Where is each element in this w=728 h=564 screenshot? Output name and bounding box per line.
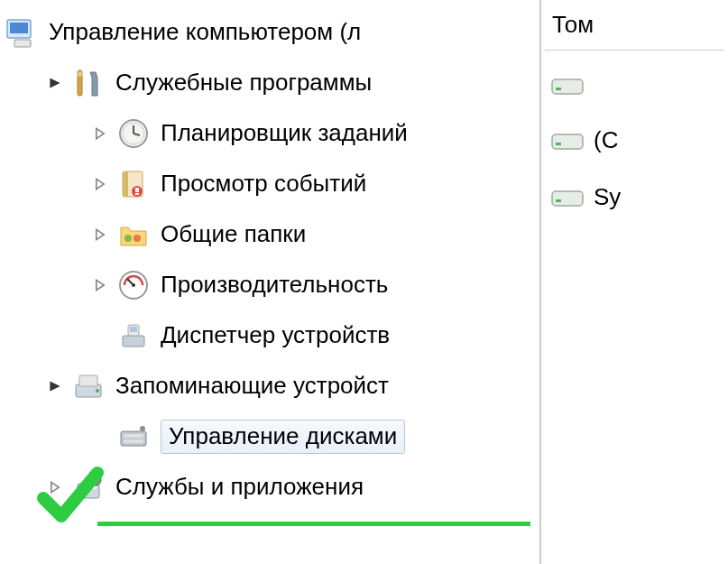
tree-root-label: Управление компьютером (л <box>49 18 361 46</box>
tree-storage-label: Запоминающие устройст <box>115 372 389 400</box>
tree-scheduler[interactable]: Планировщик заданий <box>0 108 539 159</box>
svg-rect-25 <box>121 431 146 446</box>
storage-icon <box>70 368 106 404</box>
tree-devicemanager[interactable]: Диспетчер устройств <box>0 310 539 361</box>
volume-item[interactable] <box>545 60 724 112</box>
tree-eventviewer-label: Просмотр событий <box>161 170 366 198</box>
tree-performance-label: Производительность <box>161 271 388 299</box>
tree-services-label: Службы и приложения <box>115 473 364 501</box>
svg-point-24 <box>96 389 99 393</box>
svg-rect-13 <box>135 193 139 195</box>
volume-item[interactable]: Sy <box>545 169 724 226</box>
svg-rect-12 <box>135 188 139 192</box>
svg-rect-27 <box>124 439 143 443</box>
svg-point-18 <box>132 283 135 287</box>
volume-panel: Том (C Sy <box>541 0 728 564</box>
performance-icon <box>115 267 152 303</box>
devicemanager-icon <box>115 318 152 354</box>
svg-rect-36 <box>556 143 561 145</box>
svg-rect-37 <box>552 191 583 206</box>
tree-diskmgmt[interactable]: Управление дисками <box>0 411 539 462</box>
svg-point-15 <box>134 235 141 242</box>
svg-rect-2 <box>14 40 31 47</box>
tree-performance[interactable]: Производительность <box>0 260 539 310</box>
tree-eventviewer[interactable]: Просмотр событий <box>0 159 539 209</box>
collapse-icon[interactable] <box>45 73 65 93</box>
volume-label: (C <box>594 126 618 154</box>
eventlog-icon <box>115 166 152 202</box>
volume-header[interactable]: Том <box>545 7 724 51</box>
svg-rect-19 <box>123 336 144 347</box>
drive-icon <box>550 129 585 153</box>
expand-icon[interactable] <box>90 225 110 245</box>
tree-sharedfolders-label: Общие папки <box>161 220 306 248</box>
volume-item[interactable]: (C <box>545 112 724 169</box>
svg-rect-1 <box>10 23 28 33</box>
svg-point-28 <box>140 426 145 431</box>
svg-point-14 <box>124 235 132 242</box>
svg-rect-35 <box>552 134 583 149</box>
collapse-icon[interactable] <box>45 376 65 396</box>
tree-diskmgmt-label: Управление дисками <box>169 422 397 449</box>
underline-annotation <box>97 522 530 526</box>
tree-scheduler-label: Планировщик заданий <box>161 119 408 147</box>
clock-icon <box>115 116 152 152</box>
svg-rect-23 <box>79 375 97 386</box>
diskmgmt-icon <box>115 419 152 455</box>
drive-icon <box>550 74 585 97</box>
svg-rect-10 <box>123 171 128 197</box>
expand-icon[interactable] <box>90 174 110 194</box>
tools-icon <box>70 65 106 101</box>
tree-devicemanager-label: Диспетчер устройств <box>161 321 390 349</box>
tree-utilities-label: Служебные программы <box>115 69 372 97</box>
sharedfolder-icon <box>115 217 152 253</box>
tree-storage[interactable]: Запоминающие устройст <box>0 361 539 411</box>
svg-rect-33 <box>552 79 583 94</box>
checkmark-annotation <box>34 462 105 532</box>
tree-root[interactable]: Управление компьютером (л <box>0 7 539 58</box>
svg-rect-38 <box>556 199 561 202</box>
drive-icon <box>550 186 585 209</box>
svg-rect-26 <box>124 434 143 438</box>
svg-rect-34 <box>556 88 561 90</box>
tree-sharedfolders[interactable]: Общие папки <box>0 209 539 260</box>
volume-label: Sy <box>594 183 621 211</box>
expand-icon[interactable] <box>90 124 110 143</box>
computer-icon <box>4 14 40 51</box>
tree-utilities[interactable]: Служебные программы <box>0 58 539 108</box>
svg-rect-21 <box>130 327 137 332</box>
svg-point-4 <box>78 71 83 77</box>
expand-icon[interactable] <box>90 275 110 295</box>
volume-list: (C Sy <box>545 51 724 226</box>
